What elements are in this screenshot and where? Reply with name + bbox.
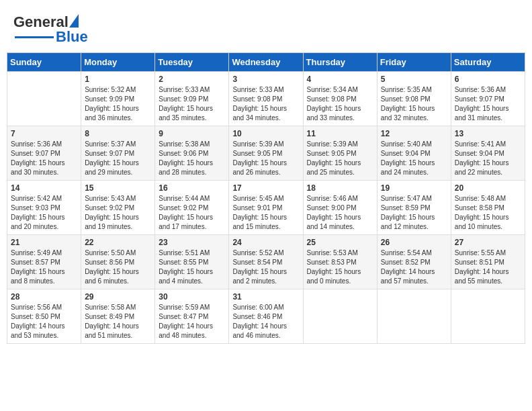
day-info: Sunrise: 5:37 AMSunset: 9:07 PMDaylight:… <box>85 140 151 177</box>
day-number: 21 <box>11 238 77 247</box>
calendar-day-20: 20 Sunrise: 5:48 AMSunset: 8:58 PMDaylig… <box>451 181 525 235</box>
calendar-day-13: 13 Sunrise: 5:41 AMSunset: 9:04 PMDaylig… <box>451 126 525 181</box>
day-number: 5 <box>381 75 447 84</box>
weekday-header-monday: Monday <box>81 53 155 72</box>
calendar-day-30: 30 Sunrise: 5:59 AMSunset: 8:47 PMDaylig… <box>155 289 229 344</box>
calendar-day-17: 17 Sunrise: 5:45 AMSunset: 9:01 PMDaylig… <box>229 181 303 235</box>
calendar-day-9: 9 Sunrise: 5:38 AMSunset: 9:06 PMDayligh… <box>155 126 229 181</box>
day-info: Sunrise: 5:32 AMSunset: 9:09 PMDaylight:… <box>85 85 151 123</box>
day-number: 15 <box>85 183 151 193</box>
day-info: Sunrise: 5:56 AMSunset: 8:50 PMDaylight:… <box>11 303 77 340</box>
day-info: Sunrise: 5:55 AMSunset: 8:51 PMDaylight:… <box>455 248 521 286</box>
day-number: 1 <box>85 75 151 84</box>
empty-day-cell <box>7 72 81 126</box>
day-number: 7 <box>11 129 77 138</box>
weekday-header-tuesday: Tuesday <box>155 53 229 72</box>
calendar-day-6: 6 Sunrise: 5:36 AMSunset: 9:07 PMDayligh… <box>451 72 525 126</box>
logo-line <box>15 36 54 38</box>
day-number: 27 <box>455 238 521 247</box>
day-info: Sunrise: 5:39 AMSunset: 9:05 PMDaylight:… <box>232 140 299 177</box>
day-info: Sunrise: 5:41 AMSunset: 9:04 PMDaylight:… <box>455 140 521 177</box>
day-number: 11 <box>307 129 373 138</box>
day-info: Sunrise: 5:34 AMSunset: 9:08 PMDaylight:… <box>307 85 373 123</box>
day-number: 24 <box>232 238 299 247</box>
empty-day-cell <box>451 289 525 344</box>
calendar-day-8: 8 Sunrise: 5:37 AMSunset: 9:07 PMDayligh… <box>81 126 155 181</box>
calendar-day-10: 10 Sunrise: 5:39 AMSunset: 9:05 PMDaylig… <box>229 126 303 181</box>
day-info: Sunrise: 5:46 AMSunset: 9:00 PMDaylight:… <box>307 194 373 232</box>
calendar-day-27: 27 Sunrise: 5:55 AMSunset: 8:51 PMDaylig… <box>451 235 525 289</box>
calendar-week-row: 14 Sunrise: 5:42 AMSunset: 9:03 PMDaylig… <box>7 181 525 235</box>
calendar-day-11: 11 Sunrise: 5:39 AMSunset: 9:05 PMDaylig… <box>303 126 377 181</box>
calendar-day-23: 23 Sunrise: 5:51 AMSunset: 8:55 PMDaylig… <box>155 235 229 289</box>
day-info: Sunrise: 5:52 AMSunset: 8:54 PMDaylight:… <box>232 248 299 286</box>
calendar-day-21: 21 Sunrise: 5:49 AMSunset: 8:57 PMDaylig… <box>7 235 81 289</box>
day-number: 9 <box>159 129 225 138</box>
day-number: 25 <box>307 238 373 247</box>
day-number: 28 <box>11 292 77 302</box>
weekday-header-friday: Friday <box>377 53 451 72</box>
day-info: Sunrise: 5:44 AMSunset: 9:02 PMDaylight:… <box>159 194 225 232</box>
weekday-header-sunday: Sunday <box>7 53 81 72</box>
day-number: 22 <box>85 238 151 247</box>
day-number: 20 <box>455 183 521 193</box>
calendar-day-4: 4 Sunrise: 5:34 AMSunset: 9:08 PMDayligh… <box>303 72 377 126</box>
day-number: 16 <box>159 183 225 193</box>
day-info: Sunrise: 5:36 AMSunset: 9:07 PMDaylight:… <box>11 140 77 177</box>
page-header: General Blue <box>7 7 525 49</box>
calendar-week-row: 7 Sunrise: 5:36 AMSunset: 9:07 PMDayligh… <box>7 126 525 181</box>
calendar-day-22: 22 Sunrise: 5:50 AMSunset: 8:56 PMDaylig… <box>81 235 155 289</box>
day-number: 13 <box>455 129 521 138</box>
day-info: Sunrise: 5:39 AMSunset: 9:05 PMDaylight:… <box>307 140 373 177</box>
day-info: Sunrise: 5:53 AMSunset: 8:53 PMDaylight:… <box>307 248 373 286</box>
logo: General Blue <box>13 13 88 46</box>
calendar-day-1: 1 Sunrise: 5:32 AMSunset: 9:09 PMDayligh… <box>81 72 155 126</box>
weekday-header-wednesday: Wednesday <box>229 53 303 72</box>
calendar-day-3: 3 Sunrise: 5:33 AMSunset: 9:08 PMDayligh… <box>229 72 303 126</box>
day-number: 3 <box>232 75 299 84</box>
day-info: Sunrise: 5:36 AMSunset: 9:07 PMDaylight:… <box>455 85 521 123</box>
day-number: 8 <box>85 129 151 138</box>
calendar-table: SundayMondayTuesdayWednesdayThursdayFrid… <box>7 52 525 344</box>
weekday-header-row: SundayMondayTuesdayWednesdayThursdayFrid… <box>7 53 525 72</box>
calendar-day-26: 26 Sunrise: 5:54 AMSunset: 8:52 PMDaylig… <box>377 235 451 289</box>
day-info: Sunrise: 5:50 AMSunset: 8:56 PMDaylight:… <box>85 248 151 286</box>
day-info: Sunrise: 5:35 AMSunset: 9:08 PMDaylight:… <box>381 85 447 123</box>
logo-triangle-icon <box>69 14 79 28</box>
calendar-day-5: 5 Sunrise: 5:35 AMSunset: 9:08 PMDayligh… <box>377 72 451 126</box>
day-number: 18 <box>307 183 373 193</box>
day-info: Sunrise: 5:43 AMSunset: 9:02 PMDaylight:… <box>85 194 151 232</box>
day-number: 6 <box>455 75 521 84</box>
empty-day-cell <box>303 289 377 344</box>
logo-blue-text: Blue <box>56 28 88 46</box>
day-info: Sunrise: 5:40 AMSunset: 9:04 PMDaylight:… <box>381 140 447 177</box>
day-info: Sunrise: 6:00 AMSunset: 8:46 PMDaylight:… <box>232 303 299 340</box>
calendar-day-12: 12 Sunrise: 5:40 AMSunset: 9:04 PMDaylig… <box>377 126 451 181</box>
day-number: 26 <box>381 238 447 247</box>
day-number: 4 <box>307 75 373 84</box>
calendar-day-7: 7 Sunrise: 5:36 AMSunset: 9:07 PMDayligh… <box>7 126 81 181</box>
day-info: Sunrise: 5:59 AMSunset: 8:47 PMDaylight:… <box>159 303 225 340</box>
day-number: 12 <box>381 129 447 138</box>
calendar-day-29: 29 Sunrise: 5:58 AMSunset: 8:49 PMDaylig… <box>81 289 155 344</box>
calendar-week-row: 21 Sunrise: 5:49 AMSunset: 8:57 PMDaylig… <box>7 235 525 289</box>
day-info: Sunrise: 5:48 AMSunset: 8:58 PMDaylight:… <box>455 194 521 232</box>
day-number: 19 <box>381 183 447 193</box>
day-info: Sunrise: 5:49 AMSunset: 8:57 PMDaylight:… <box>11 248 77 286</box>
weekday-header-saturday: Saturday <box>451 53 525 72</box>
day-info: Sunrise: 5:33 AMSunset: 9:09 PMDaylight:… <box>159 85 225 123</box>
day-number: 17 <box>232 183 299 193</box>
day-info: Sunrise: 5:42 AMSunset: 9:03 PMDaylight:… <box>11 194 77 232</box>
empty-day-cell <box>377 289 451 344</box>
calendar-week-row: 28 Sunrise: 5:56 AMSunset: 8:50 PMDaylig… <box>7 289 525 344</box>
calendar-day-24: 24 Sunrise: 5:52 AMSunset: 8:54 PMDaylig… <box>229 235 303 289</box>
day-number: 30 <box>159 292 225 302</box>
day-number: 31 <box>232 292 299 302</box>
day-info: Sunrise: 5:47 AMSunset: 8:59 PMDaylight:… <box>381 194 447 232</box>
calendar-day-2: 2 Sunrise: 5:33 AMSunset: 9:09 PMDayligh… <box>155 72 229 126</box>
day-info: Sunrise: 5:45 AMSunset: 9:01 PMDaylight:… <box>232 194 299 232</box>
calendar-day-25: 25 Sunrise: 5:53 AMSunset: 8:53 PMDaylig… <box>303 235 377 289</box>
day-info: Sunrise: 5:51 AMSunset: 8:55 PMDaylight:… <box>159 248 225 286</box>
day-number: 10 <box>232 129 299 138</box>
day-info: Sunrise: 5:58 AMSunset: 8:49 PMDaylight:… <box>85 303 151 340</box>
